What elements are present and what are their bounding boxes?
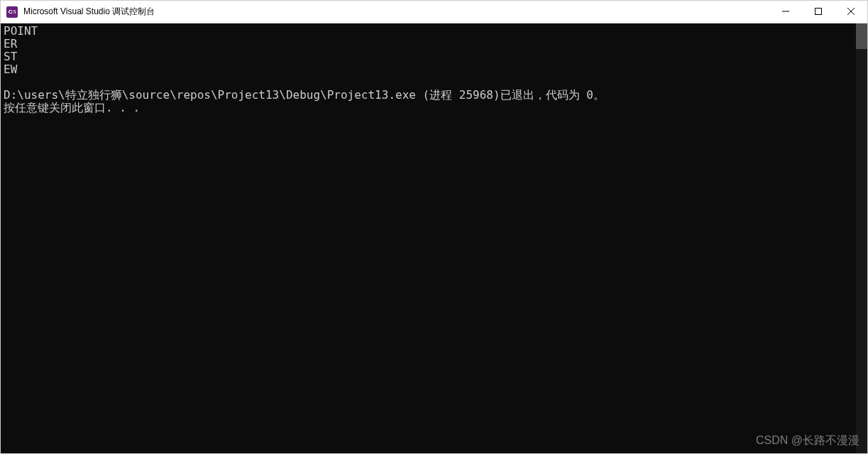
app-icon-text: C:\	[9, 9, 16, 15]
console-area: POINT ER ST EW D:\users\特立独行狮\source\rep…	[1, 23, 867, 453]
app-icon: C:\	[6, 6, 18, 18]
window-controls	[769, 1, 867, 23]
titlebar[interactable]: C:\ Microsoft Visual Studio 调试控制台	[1, 1, 867, 23]
maximize-icon	[815, 6, 822, 17]
svg-rect-1	[815, 9, 822, 15]
vertical-scrollbar[interactable]	[856, 23, 867, 453]
minimize-icon	[782, 6, 789, 17]
console-output[interactable]: POINT ER ST EW D:\users\特立独行狮\source\rep…	[1, 23, 856, 453]
close-icon	[847, 6, 855, 17]
scrollbar-thumb[interactable]	[856, 23, 867, 49]
window-title: Microsoft Visual Studio 调试控制台	[23, 6, 769, 18]
minimize-button[interactable]	[769, 1, 802, 23]
application-window: C:\ Microsoft Visual Studio 调试控制台 POINT …	[0, 0, 868, 454]
maximize-button[interactable]	[802, 1, 835, 23]
close-button[interactable]	[835, 1, 867, 23]
